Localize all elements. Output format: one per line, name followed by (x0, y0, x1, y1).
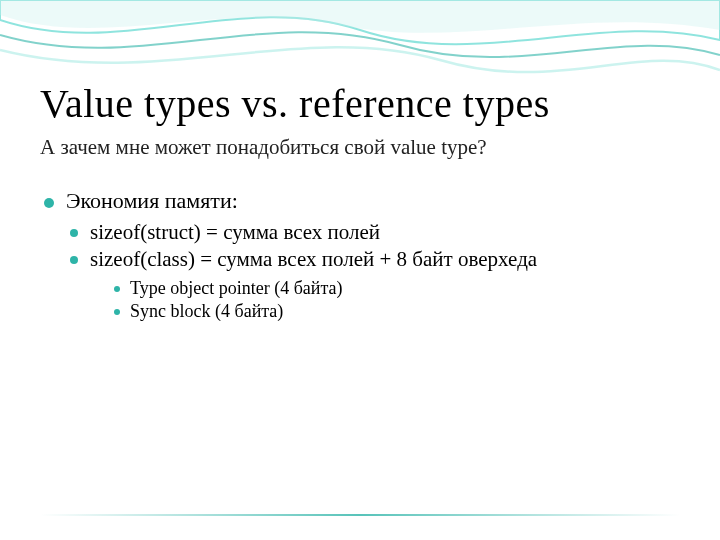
bullet-text: Type object pointer (4 байта) (130, 278, 343, 298)
slide-subtitle: А зачем мне может понадобиться свой valu… (40, 135, 680, 160)
bullet-text: sizeof(struct) = сумма всех полей (90, 220, 380, 244)
bullet-l3: Type object pointer (4 байта) (110, 278, 680, 299)
bullet-l2: sizeof(struct) = сумма всех полей (66, 220, 680, 245)
bullet-text: Экономия памяти: (66, 188, 238, 213)
bullet-subsublist: Type object pointer (4 байта) Sync block… (110, 278, 680, 322)
slide-content: Value types vs. reference types А зачем … (0, 0, 720, 540)
slide-title: Value types vs. reference types (40, 80, 680, 127)
bullet-l1: Экономия памяти: sizeof(struct) = сумма … (40, 188, 680, 322)
footer-divider (40, 514, 680, 516)
bullet-text: sizeof(class) = сумма всех полей + 8 бай… (90, 247, 537, 271)
bullet-l3: Sync block (4 байта) (110, 301, 680, 322)
bullet-text: Sync block (4 байта) (130, 301, 283, 321)
bullet-list: Экономия памяти: sizeof(struct) = сумма … (40, 188, 680, 322)
bullet-l2: sizeof(class) = сумма всех полей + 8 бай… (66, 247, 680, 322)
bullet-sublist: sizeof(struct) = сумма всех полей sizeof… (66, 220, 680, 322)
